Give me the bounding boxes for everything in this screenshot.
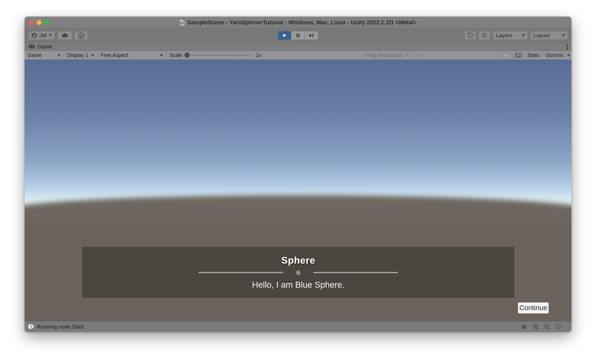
layers-dropdown[interactable]: Layers — [493, 31, 528, 40]
window-title-area: SampleScene - YarnSpinnerTutorial - Wind… — [25, 19, 571, 26]
title-bar: SampleScene - YarnSpinnerTutorial - Wind… — [25, 17, 571, 29]
svg-text:p: p — [80, 33, 82, 38]
window-controls — [29, 20, 49, 25]
scale-slider[interactable] — [185, 55, 250, 56]
play-maximized-label: Play Maximized — [367, 52, 403, 58]
game-view-dropdown-label: Game — [28, 52, 42, 58]
search-icon — [481, 32, 488, 39]
keyboard-icon — [515, 53, 522, 58]
dialogue-divider — [198, 270, 398, 275]
record-debug-button[interactable] — [412, 51, 423, 60]
chevron-down-icon — [567, 54, 570, 56]
debug-record-icon — [415, 53, 420, 58]
display-dropdown[interactable]: Display 1 — [64, 51, 98, 60]
kebab-menu-icon[interactable] — [567, 44, 568, 49]
chevron-down-icon — [57, 54, 61, 56]
play-icon — [282, 33, 287, 38]
warning-bubble-icon — [28, 324, 34, 330]
step-forward-icon — [309, 33, 314, 38]
status-bar: Running node Start — [25, 321, 571, 332]
auto-refresh-off-button[interactable] — [541, 323, 552, 330]
dialogue-text: Hello, I am Blue Sphere. — [252, 280, 345, 290]
close-window-button[interactable] — [29, 20, 33, 25]
gamepad-icon — [28, 44, 35, 49]
cache-disabled-button[interactable] — [530, 323, 541, 330]
chevron-down-icon — [405, 54, 408, 56]
play-maximized-dropdown[interactable]: Play Maximized — [363, 51, 412, 60]
plastic-scm-icon: p — [78, 32, 85, 39]
cloud-services-button[interactable] — [57, 31, 72, 40]
account-label: JM — [39, 32, 47, 39]
mute-audio-button[interactable] — [501, 51, 512, 60]
history-icon — [467, 32, 473, 39]
layers-label: Layers — [496, 32, 512, 39]
divider-dot — [296, 270, 301, 275]
divider — [565, 53, 565, 58]
account-dropdown[interactable]: JM — [28, 31, 55, 40]
dialogue-box: Sphere Hello, I am Blue Sphere. — [82, 247, 514, 298]
scale-value: 1x — [256, 52, 261, 58]
play-button[interactable] — [278, 31, 291, 40]
zoom-window-button[interactable] — [45, 20, 49, 25]
scale-slider-knob[interactable] — [184, 53, 190, 58]
pause-button[interactable] — [291, 31, 305, 40]
display-dropdown-label: Display 1 — [67, 52, 88, 58]
scale-control: Scale 1x — [166, 51, 363, 60]
toolbar-spacer — [423, 51, 501, 60]
gizmos-dropdown[interactable]: Gizmos — [542, 51, 571, 60]
status-message-area[interactable]: Running node Start — [28, 324, 84, 330]
toolbar-right-group: Layers Layout — [464, 31, 568, 40]
step-button[interactable] — [305, 31, 318, 40]
unity-scene-doc-icon — [179, 19, 185, 26]
scale-label: Scale — [169, 52, 182, 58]
undo-history-button[interactable] — [464, 31, 476, 40]
continue-button[interactable]: Continue — [518, 302, 549, 314]
stats-toggle[interactable]: Stats — [524, 51, 542, 60]
search-button[interactable] — [479, 31, 490, 40]
check-circle-icon — [555, 324, 561, 330]
minimize-window-button[interactable] — [37, 20, 41, 25]
game-view-toolbar: Game Display 1 Free Aspect Scale 1x Play… — [25, 51, 571, 60]
shortcuts-button[interactable] — [512, 51, 524, 60]
unity-editor-window: SampleScene - YarnSpinnerTutorial - Wind… — [25, 17, 571, 332]
play-mode-controls — [278, 31, 318, 40]
divider-line — [313, 272, 398, 273]
chevron-down-icon — [562, 34, 565, 36]
gizmos-label: Gizmos — [546, 52, 563, 58]
chevron-down-icon — [522, 34, 525, 36]
chevron-down-icon — [160, 54, 163, 56]
cloud-icon — [61, 33, 69, 38]
cache-slash-icon — [532, 324, 539, 330]
chevron-down-icon — [49, 34, 52, 36]
tab-game-label: Game — [38, 43, 52, 50]
stats-label: Stats — [527, 52, 539, 58]
layout-dropdown[interactable]: Layout — [530, 31, 568, 40]
progress-status-button[interactable] — [552, 323, 564, 330]
aspect-ratio-label: Free Aspect — [101, 52, 128, 58]
plastic-scm-button[interactable]: p — [74, 31, 88, 40]
bug-slash-icon — [521, 324, 527, 330]
refresh-slash-icon — [544, 324, 550, 330]
view-tab-bar: Game — [25, 42, 571, 51]
main-toolbar: JM p — [25, 29, 571, 42]
window-title: SampleScene - YarnSpinnerTutorial - Wind… — [187, 19, 417, 26]
toolbar-left-group: JM p — [28, 31, 88, 40]
tab-game[interactable]: Game — [25, 42, 56, 51]
game-view-dropdown[interactable]: Game — [25, 51, 64, 60]
aspect-ratio-dropdown[interactable]: Free Aspect — [98, 51, 166, 60]
status-bar-icons — [518, 323, 564, 330]
dialogue-speaker-name: Sphere — [281, 255, 315, 266]
person-icon — [31, 33, 37, 38]
speaker-muted-icon — [504, 53, 509, 58]
status-message: Running node Start — [37, 324, 84, 330]
chevron-down-icon — [91, 54, 94, 56]
pause-icon — [296, 33, 300, 38]
game-viewport: Sphere Hello, I am Blue Sphere. Continue — [25, 60, 571, 321]
layout-label: Layout — [533, 32, 550, 39]
debugger-detached-button[interactable] — [518, 323, 530, 330]
divider-line — [198, 272, 283, 273]
